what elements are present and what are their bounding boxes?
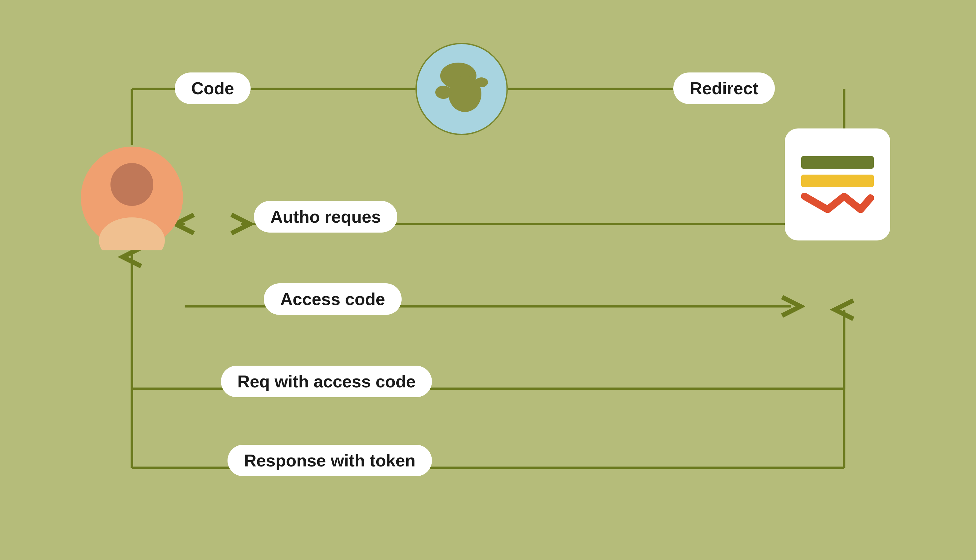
app-checkmark	[801, 193, 874, 213]
label-redirect: Redirect	[673, 72, 775, 104]
globe-icon	[416, 43, 508, 135]
diagram-container: Code Redirect Autho reques Access code R…	[59, 33, 917, 527]
label-autho-request: Autho reques	[254, 201, 397, 233]
label-code: Code	[175, 72, 251, 104]
svg-point-29	[475, 77, 488, 87]
app-bar-green	[801, 156, 874, 169]
svg-point-28	[435, 86, 452, 99]
person-icon	[79, 145, 185, 250]
app-bar-yellow	[801, 175, 874, 187]
app-icon	[785, 128, 890, 240]
label-req-with-access-code: Req with access code	[221, 366, 432, 397]
label-access-code: Access code	[264, 283, 402, 315]
svg-point-23	[110, 163, 153, 206]
label-response-with-token: Response with token	[227, 445, 432, 476]
